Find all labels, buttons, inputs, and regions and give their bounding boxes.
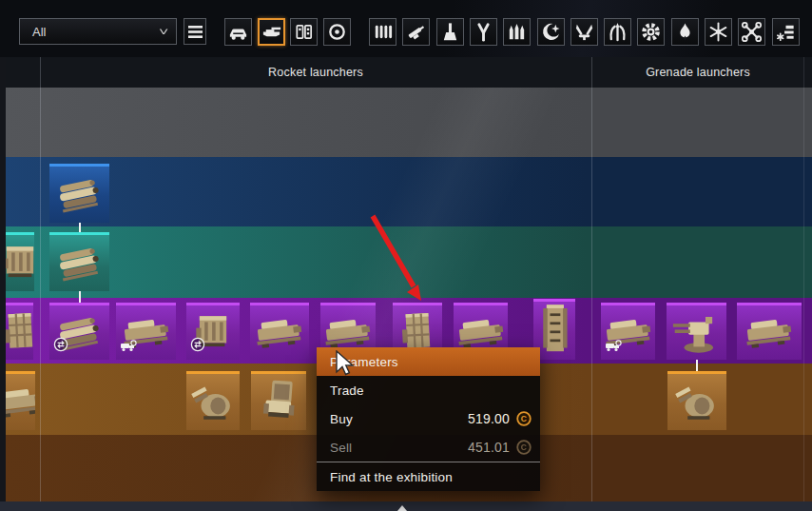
filter-harpoons-button[interactable] <box>604 18 631 46</box>
filter-modules-button[interactable] <box>290 18 318 46</box>
filter-flamethrowers-button[interactable] <box>671 18 699 46</box>
filter-energy-weapons-button[interactable] <box>537 18 565 46</box>
category-rocket-launchers: Rocket launchers <box>40 57 591 88</box>
price-value: 451.01 <box>468 440 510 455</box>
category-grenade-launchers: Grenade launchers <box>591 57 804 88</box>
item-rocket-epic-4[interactable] <box>250 303 309 360</box>
menu-item-label: Trade <box>330 383 364 398</box>
pack-badge-icon <box>605 339 622 356</box>
frost-icon <box>707 21 729 43</box>
list-menu-button[interactable] <box>184 18 206 45</box>
filter-drones-button[interactable] <box>738 18 765 46</box>
menu-item-buy[interactable]: Buy519.00C <box>317 404 540 433</box>
filter-gears-button[interactable] <box>637 18 665 46</box>
item-grenade-epic-1[interactable] <box>601 303 655 360</box>
seat-weapon-art <box>256 375 301 430</box>
filter-weapons-button[interactable] <box>258 18 285 46</box>
tech-tree-connector <box>79 223 81 232</box>
machine-guns-icon <box>372 21 394 43</box>
chevron-down-icon: ˅ <box>159 26 168 37</box>
mortar-weapon-art <box>188 377 238 428</box>
menu-item-sell: Sell451.01C <box>317 433 540 462</box>
tier-gray <box>6 88 812 157</box>
flat-weapon-art <box>6 380 35 425</box>
item-rocket-epic-3[interactable] <box>186 303 240 360</box>
item-rocket-epic-1[interactable] <box>49 303 109 360</box>
filter-melee-button[interactable] <box>570 18 598 46</box>
cabin-icon <box>227 21 249 43</box>
flat-weapon-art <box>253 310 306 356</box>
filter-cannons-button[interactable] <box>436 18 464 46</box>
column-separator <box>591 57 592 501</box>
item-grenade-epic-3[interactable] <box>737 303 802 360</box>
filter-rocket-launchers-button[interactable] <box>503 18 531 46</box>
flamethrowers-icon <box>674 21 696 43</box>
tier-blue <box>6 157 812 226</box>
turret-weapon-art <box>671 306 723 360</box>
item-rocket-legendary-1[interactable] <box>186 371 240 430</box>
harpoons-icon <box>607 21 628 43</box>
item-rocket-rare-1[interactable] <box>49 164 109 223</box>
item-rocket-epic-2[interactable] <box>116 303 176 360</box>
item-context-menu: ParametersTradeBuy519.00CSell451.01CFind… <box>317 347 540 491</box>
filter-shotguns-button[interactable] <box>470 18 497 46</box>
svg-text:C: C <box>521 414 527 423</box>
menu-item-parameters[interactable]: Parameters <box>317 347 540 376</box>
energy-weapons-icon <box>540 21 562 43</box>
menu-item-label: Buy <box>330 412 353 426</box>
left-edge <box>0 57 6 511</box>
filter-toolbar: All ˅ <box>0 0 812 57</box>
crate-weapon-art <box>6 306 33 360</box>
menu-item-find-at-the-exhibition[interactable]: Find at the exhibition <box>317 462 540 491</box>
filter-misc-button[interactable] <box>772 18 800 46</box>
item-rocket-legendary-2[interactable] <box>251 371 306 430</box>
gears-icon <box>640 21 662 43</box>
item-adjacent-epic[interactable] <box>6 303 33 360</box>
item-adjacent-special[interactable] <box>6 232 34 291</box>
flat-weapon-art <box>743 310 796 356</box>
coin-icon: C <box>516 440 532 455</box>
tech-tree-connector <box>696 360 698 371</box>
modules-icon <box>293 21 315 43</box>
hamburger-icon <box>188 26 203 38</box>
rarity-filter-dropdown[interactable]: All ˅ <box>19 18 177 45</box>
autocannons-icon <box>405 21 427 43</box>
menu-item-label: Sell <box>330 441 352 455</box>
menu-item-trade[interactable]: Trade <box>317 376 540 404</box>
price-value: 519.00 <box>468 411 510 426</box>
exchange-badge-icon <box>53 337 68 356</box>
item-rocket-special-1[interactable] <box>49 232 109 291</box>
exchange-badge-icon <box>190 337 205 356</box>
drones-icon <box>741 21 763 43</box>
pack-badge-icon <box>120 339 137 356</box>
filter-autocannons-button[interactable] <box>402 18 430 46</box>
menu-item-label: Find at the exhibition <box>330 470 453 484</box>
category-header: Rocket launchers Grenade launchers <box>0 57 812 88</box>
shotguns-icon <box>473 21 494 43</box>
tech-tree-screen: All ˅ Rocket launchers Grenade launchers… <box>0 0 812 511</box>
filter-frost-button[interactable] <box>705 18 732 46</box>
coin-icon: C <box>516 411 532 426</box>
item-grenade-legendary-1[interactable] <box>667 371 726 430</box>
item-grenade-epic-2[interactable] <box>667 303 726 360</box>
filter-machine-guns-button[interactable] <box>369 18 396 46</box>
cannons-icon <box>439 21 461 43</box>
rocket-launchers-icon <box>506 21 528 43</box>
pod-weapon-art <box>54 239 106 288</box>
tier-teal <box>6 226 812 298</box>
pod-weapon-art <box>54 170 106 220</box>
tech-tree-connector <box>79 291 81 303</box>
tall-weapon-art <box>536 302 572 360</box>
menu-item-label: Parameters <box>330 355 398 369</box>
weapons-icon <box>261 21 282 43</box>
filter-cabin-button[interactable] <box>224 18 252 46</box>
svg-text:C: C <box>521 442 527 452</box>
item-adjacent-legendary[interactable] <box>6 371 35 430</box>
rarity-filter-value: All <box>32 25 46 39</box>
scroll-up-caret[interactable] <box>397 505 407 511</box>
misc-icon <box>775 21 797 43</box>
filter-wheels-button[interactable] <box>323 18 351 46</box>
mortar-weapon-art <box>672 377 722 428</box>
melee-icon <box>573 21 595 43</box>
column-separator <box>40 57 41 501</box>
